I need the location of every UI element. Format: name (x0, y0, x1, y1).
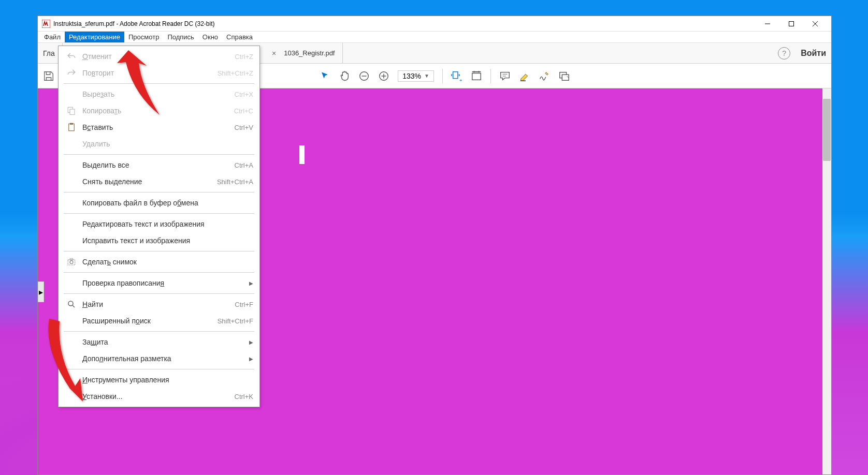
menu-item-copy[interactable]: Копировать Ctrl+C (59, 102, 259, 119)
save-icon[interactable] (43, 70, 54, 82)
menu-label: Удалить (82, 140, 253, 148)
menu-separator (64, 83, 254, 84)
edit-dropdown-menu: Отменит Ctrl+Z Повторит Shift+Ctrl+Z Выр… (58, 46, 260, 407)
tab-active-close[interactable]: × (272, 49, 276, 57)
menu-label: Снять выделение (82, 177, 217, 186)
fit-width-icon[interactable] (451, 70, 462, 82)
menu-item-fix-text-images[interactable]: Исправить текст и изображения (59, 232, 259, 249)
copy-icon (65, 106, 78, 115)
menu-label: Установки... (82, 392, 235, 400)
menu-shortcut: Ctrl+C (234, 107, 253, 115)
highlight-icon[interactable] (519, 70, 530, 82)
page-display-icon[interactable] (471, 70, 482, 82)
svg-rect-23 (69, 124, 75, 131)
menu-separator (64, 251, 254, 251)
menu-edit[interactable]: Редактирование (65, 32, 124, 42)
tab-label: 1036_Registr.pdf (284, 49, 335, 57)
menu-separator (64, 154, 254, 155)
toolbar-separator (442, 69, 443, 83)
left-panel-toggle[interactable]: ▸ (38, 281, 44, 302)
zoom-value: 133% (402, 72, 421, 80)
menu-label: Проверка правописания (82, 279, 249, 287)
menu-item-protect[interactable]: Защита ▶ (59, 334, 259, 350)
menu-item-select-all[interactable]: Выделить все Ctrl+A (59, 157, 259, 173)
menu-label: Сделать снимок (82, 258, 253, 266)
submenu-arrow-icon: ▶ (249, 280, 253, 286)
zoom-out-icon[interactable] (358, 70, 370, 82)
comment-icon[interactable] (499, 70, 511, 82)
menu-shortcut: Shift+Ctrl+A (217, 178, 253, 186)
login-button[interactable]: Войти (801, 49, 826, 58)
svg-rect-2 (789, 21, 794, 26)
svg-rect-22 (70, 109, 75, 115)
menu-separator (64, 213, 254, 214)
document-tab[interactable]: 1036_Registr.pdf (276, 43, 343, 63)
search-icon (65, 300, 78, 309)
menu-item-spellcheck[interactable]: Проверка правописания ▶ (59, 275, 259, 291)
minimize-button[interactable] (756, 16, 779, 32)
menu-item-cut[interactable]: Вырезать Ctrl+X (59, 86, 259, 102)
menu-label: Исправить текст и изображения (82, 236, 253, 245)
menu-separator (64, 272, 254, 273)
menu-shortcut: Shift+Ctrl+Z (218, 69, 253, 77)
menu-item-copy-file-clipboard[interactable]: Копировать файл в буфер обмена (59, 195, 259, 211)
select-tool-icon[interactable] (319, 70, 330, 82)
close-button[interactable] (803, 16, 827, 32)
menu-separator (64, 192, 254, 192)
scrollbar-thumb[interactable] (823, 99, 831, 161)
menu-label: Редактировать текст и изображения (82, 220, 253, 228)
menu-label: Расширенный поиск (82, 317, 218, 325)
menu-sign[interactable]: Подпись (163, 32, 198, 42)
menu-shortcut: Ctrl+A (235, 161, 253, 169)
vertical-scrollbar[interactable] (822, 88, 831, 474)
hand-tool-icon[interactable] (339, 70, 350, 82)
menu-file[interactable]: Файл (40, 32, 65, 42)
page-edge (299, 145, 305, 164)
menu-item-undo[interactable]: Отменит Ctrl+Z (59, 48, 259, 65)
menu-label: Копировать (82, 107, 234, 115)
menu-item-delete[interactable]: Удалить (59, 136, 259, 152)
menu-item-redo[interactable]: Повторит Shift+Ctrl+Z (59, 65, 259, 81)
menu-separator (64, 369, 254, 369)
menubar: Файл Редактирование Просмотр Подпись Окн… (38, 32, 831, 43)
menu-help[interactable]: Справка (222, 32, 257, 42)
menu-item-find[interactable]: Найти Ctrl+F (59, 296, 259, 313)
menu-shortcut: Ctrl+K (235, 393, 253, 400)
sign-icon[interactable] (539, 70, 550, 82)
menu-item-advanced-search[interactable]: Расширенный поиск Shift+Ctrl+F (59, 313, 259, 329)
stamp-icon[interactable] (558, 70, 570, 82)
menu-item-edit-text-images[interactable]: Редактировать текст и изображения (59, 216, 259, 232)
svg-line-29 (73, 305, 75, 307)
svg-rect-20 (562, 75, 569, 80)
menu-label: Отменит (82, 52, 235, 61)
help-icon[interactable]: ? (778, 47, 790, 60)
submenu-arrow-icon: ▶ (249, 356, 253, 362)
paste-icon (65, 123, 78, 132)
app-icon (42, 20, 50, 28)
menu-item-preferences[interactable]: Установки... Ctrl+K (59, 388, 259, 405)
menu-shortcut: Ctrl+V (235, 124, 253, 131)
window-title: Instruktsia_sferum.pdf - Adobe Acrobat R… (53, 20, 756, 27)
titlebar: Instruktsia_sferum.pdf - Adobe Acrobat R… (38, 16, 831, 32)
menu-label: Защита (82, 338, 249, 346)
zoom-combo[interactable]: 133% ▼ (398, 70, 434, 82)
menu-item-deselect[interactable]: Снять выделение Shift+Ctrl+A (59, 173, 259, 190)
menu-item-paste[interactable]: Вставить Ctrl+V (59, 119, 259, 136)
header-right: ? Войти (778, 47, 826, 60)
maximize-button[interactable] (779, 16, 803, 32)
window-controls (756, 16, 827, 32)
svg-rect-10 (453, 71, 458, 78)
menu-window[interactable]: Окно (198, 32, 222, 42)
svg-rect-12 (472, 73, 481, 80)
menu-view[interactable]: Просмотр (124, 32, 163, 42)
menu-separator (64, 293, 254, 294)
menu-separator (64, 331, 254, 332)
menu-item-snapshot[interactable]: Сделать снимок (59, 254, 259, 270)
svg-point-28 (68, 301, 73, 306)
menu-label: Копировать файл в буфер обмена (82, 199, 253, 207)
redo-icon (65, 68, 78, 78)
submenu-arrow-icon: ▶ (249, 339, 253, 345)
menu-item-accessibility[interactable]: Дополнительная разметка ▶ (59, 350, 259, 367)
menu-item-manage-tools[interactable]: Инструменты управления (59, 372, 259, 388)
zoom-in-icon[interactable] (378, 70, 389, 82)
